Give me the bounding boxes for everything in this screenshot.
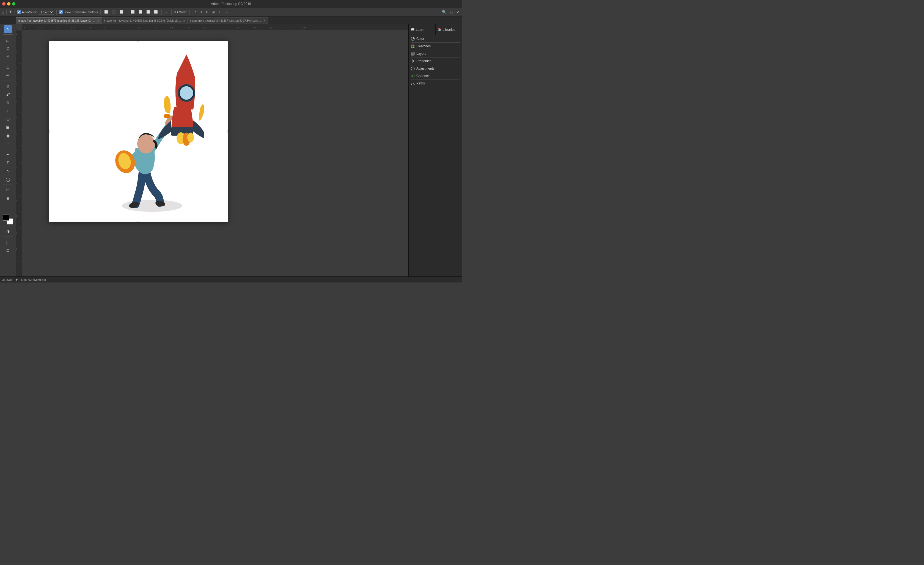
- handle-tr[interactable]: [226, 41, 228, 42]
- ruler-left: -1 0 1 2 3 4 5 6 7 8 9: [16, 30, 22, 276]
- align-center-btn[interactable]: ⬛: [111, 10, 117, 14]
- svg-text:-1: -1: [16, 34, 17, 36]
- foreground-color[interactable]: [3, 215, 9, 221]
- svg-text:3: 3: [155, 27, 156, 29]
- tool-crop[interactable]: ⊡: [4, 63, 12, 71]
- tool-hand[interactable]: ☞: [4, 186, 12, 194]
- distribute-btn-2[interactable]: ⬜: [138, 10, 144, 14]
- tool-extras[interactable]: ⊡: [4, 246, 12, 254]
- tool-eyedropper[interactable]: ✏: [4, 72, 12, 79]
- tool-quick-mask[interactable]: ◑: [4, 227, 12, 235]
- tool-type[interactable]: T: [4, 159, 12, 167]
- libraries-panel-btn[interactable]: 📚 Libraries: [436, 24, 462, 35]
- redo-btn[interactable]: ↪: [198, 10, 203, 14]
- tab-0-close[interactable]: ✕: [97, 19, 99, 22]
- tool-screen-mode[interactable]: ⬚: [4, 238, 12, 246]
- tab-2[interactable]: image-from-rawpixel-id-431437-jpeg.jpg @…: [188, 17, 268, 24]
- distribute-btn-4[interactable]: ⬜: [153, 10, 159, 14]
- share-btn[interactable]: ⤢: [456, 10, 460, 14]
- handle-bl[interactable]: [49, 221, 50, 222]
- tool-lasso[interactable]: ⊙: [4, 44, 12, 52]
- color-swatches[interactable]: [3, 215, 13, 224]
- distribute-btn-1[interactable]: ⬜: [130, 10, 136, 14]
- extras-btn[interactable]: ◎: [211, 10, 216, 14]
- close-button[interactable]: [2, 2, 6, 6]
- auto-select-checkbox[interactable]: [17, 10, 21, 14]
- undo-btn[interactable]: ↩: [192, 10, 197, 14]
- tool-healing[interactable]: ⊕: [4, 82, 12, 90]
- svg-text:6: 6: [16, 150, 17, 151]
- toolbar-move-tool[interactable]: ✛: [9, 10, 12, 14]
- minimize-button[interactable]: [7, 2, 10, 6]
- tool-more[interactable]: ···: [4, 203, 12, 210]
- handle-tc[interactable]: [137, 41, 140, 42]
- auto-select-checkbox-container[interactable]: Auto-Select: Layer: [17, 10, 54, 15]
- tool-marquee-rect[interactable]: ⬚: [4, 36, 12, 44]
- toolbar-separator-3: [56, 10, 57, 15]
- svg-text:10: 10: [16, 215, 17, 217]
- show-transform-container[interactable]: Show Transform Controls: [59, 10, 98, 14]
- align-left-btn[interactable]: ⬜: [103, 10, 109, 14]
- show-transform-checkbox[interactable]: [59, 10, 63, 14]
- tool-dodge[interactable]: ⊙: [4, 140, 12, 148]
- transform-btn[interactable]: ⊡: [218, 10, 222, 14]
- maximize-button[interactable]: [12, 2, 15, 6]
- panel-properties[interactable]: Properties: [409, 57, 462, 65]
- canvas-area: -5 -4 -3 -2 -1 0 1 2 3 4 5: [16, 24, 408, 276]
- title-bar: Adobe Photoshop CC 2019: [0, 0, 462, 8]
- align-right-btn[interactable]: ⬜: [118, 10, 124, 14]
- panel-paths-label: Paths: [416, 81, 425, 85]
- ruler-top: -5 -4 -3 -2 -1 0 1 2 3 4 5: [22, 24, 408, 30]
- tab-1[interactable]: image-from-rawpixel-id-424687-jpeg.jpg @…: [102, 17, 188, 24]
- panel-channels[interactable]: Channels: [409, 72, 462, 80]
- distribute-btn-3[interactable]: ⬜: [145, 10, 151, 14]
- tab-1-close[interactable]: ✕: [183, 19, 185, 22]
- toolbar-separator-5: [127, 10, 128, 15]
- tool-gradient[interactable]: ▣: [4, 123, 12, 131]
- paths-icon: [411, 81, 415, 85]
- svg-rect-86: [411, 53, 414, 54]
- handle-bc[interactable]: [137, 221, 140, 222]
- toolbar-separator-7: [171, 10, 172, 15]
- tool-move[interactable]: ↖: [4, 25, 12, 33]
- svg-text:-5: -5: [23, 27, 25, 29]
- toolbar-home[interactable]: ⌂: [2, 10, 4, 14]
- tab-0[interactable]: image-from-rawpixel-id-424879-jpeg.jpg @…: [16, 17, 102, 24]
- handle-tl[interactable]: [49, 41, 50, 42]
- main-layout: ↖ ⬚ ⊙ ✳ ⊡ ✏ ⊕ 🖌 ⊕ ↩ ⬡ ▣ ◉ ⊙ ✒ T ↖ ◯ ☞ ⊕ …: [0, 24, 462, 276]
- tab-0-label: image-from-rawpixel-id-424879-jpeg.jpg @…: [18, 19, 95, 22]
- svg-point-96: [411, 84, 412, 85]
- tool-eraser[interactable]: ⬡: [4, 115, 12, 123]
- tool-magic-wand[interactable]: ✳: [4, 53, 12, 60]
- tool-brush[interactable]: 🖌: [4, 90, 12, 98]
- arrange-btn[interactable]: ⊕: [205, 10, 210, 14]
- tool-zoom[interactable]: ⊕: [4, 194, 12, 202]
- tool-stamp[interactable]: ⊕: [4, 99, 12, 107]
- panel-paths[interactable]: Paths: [409, 80, 462, 87]
- tool-shape[interactable]: ◯: [4, 176, 12, 183]
- tool-history[interactable]: ↩: [4, 107, 12, 115]
- more-options-btn[interactable]: ···: [164, 10, 169, 14]
- tab-2-close[interactable]: ✕: [263, 19, 266, 22]
- panel-adjustments[interactable]: Adjustments: [409, 65, 462, 72]
- handle-br[interactable]: [226, 221, 228, 222]
- toolbar-separator-6: [161, 10, 162, 15]
- svg-point-88: [412, 60, 414, 62]
- panel-layers[interactable]: Layers: [409, 50, 462, 57]
- 3d-mode-label: 3D Mode:: [174, 11, 187, 14]
- auto-select-dropdown[interactable]: Layer: [39, 10, 54, 15]
- panel-color[interactable]: Color: [409, 35, 462, 42]
- handle-mr[interactable]: [226, 131, 228, 132]
- tool-path-select[interactable]: ↖: [4, 167, 12, 175]
- svg-rect-84: [413, 47, 414, 48]
- svg-point-76: [164, 114, 170, 118]
- svg-text:11: 11: [287, 27, 290, 29]
- panel-swatches[interactable]: Swatches: [409, 43, 462, 50]
- learn-panel-btn[interactable]: 📖 Learn: [409, 24, 436, 35]
- workspace-btn[interactable]: ⬚: [449, 10, 454, 14]
- handle-ml[interactable]: [49, 131, 50, 132]
- search-btn[interactable]: 🔍: [441, 9, 447, 15]
- tool-pen[interactable]: ✒: [4, 151, 12, 158]
- tool-blur[interactable]: ◉: [4, 132, 12, 140]
- view-extras-btn[interactable]: ···: [224, 10, 229, 14]
